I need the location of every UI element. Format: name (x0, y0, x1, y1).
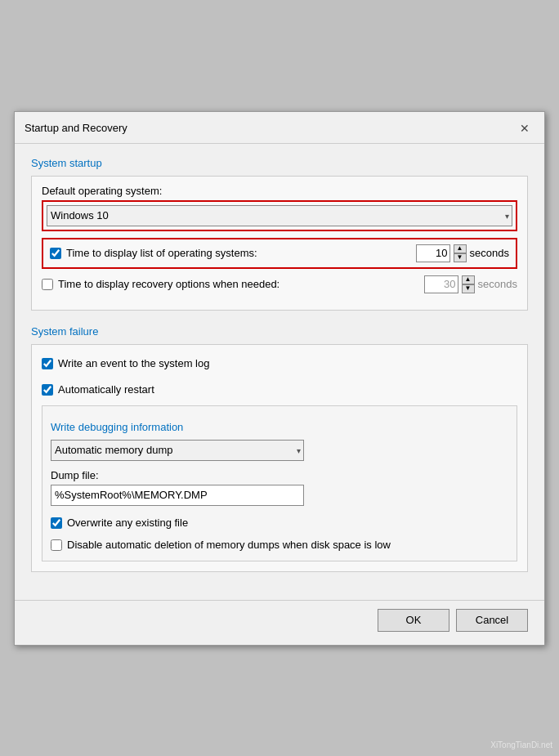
time-display-recovery-spinner: ▲ ▼ seconds (424, 275, 517, 293)
time-display-recovery-spinner-buttons: ▲ ▼ (462, 275, 475, 293)
disable-auto-delete-label: Disable automatic deletion of memory dum… (67, 539, 391, 551)
auto-restart-row: Automatically restart (42, 379, 517, 400)
time-display-list-checkbox[interactable] (50, 248, 61, 259)
dialog-content: System startup Default operating system:… (15, 144, 544, 597)
time-display-recovery-up-button[interactable]: ▲ (462, 275, 475, 284)
default-os-outline: Windows 10 ▾ (42, 200, 517, 231)
overwrite-row: Overwrite any existing file (51, 512, 508, 534)
dump-file-input[interactable] (51, 485, 304, 506)
default-os-field-label: Default operating system: (42, 185, 517, 197)
overwrite-label: Overwrite any existing file (67, 517, 188, 529)
dump-type-select[interactable]: Automatic memory dump Complete memory du… (51, 440, 304, 461)
dump-file-label: Dump file: (51, 469, 508, 481)
time-display-recovery-input[interactable] (424, 275, 458, 293)
time-display-recovery-unit: seconds (478, 278, 517, 290)
startup-recovery-dialog: Startup and Recovery ✕ System startup De… (14, 111, 545, 646)
auto-restart-checkbox[interactable] (42, 384, 53, 396)
default-os-select[interactable]: Windows 10 (47, 205, 512, 226)
overwrite-checkbox[interactable] (51, 517, 62, 529)
write-event-row: Write an event to the system log (42, 353, 517, 374)
default-os-dropdown-wrapper: Windows 10 ▾ (47, 205, 512, 226)
disable-auto-delete-row: Disable automatic deletion of memory dum… (51, 539, 508, 551)
time-display-recovery-label: Time to display recovery options when ne… (58, 278, 280, 290)
time-display-recovery-down-button[interactable]: ▼ (462, 284, 475, 293)
time-display-list-up-button[interactable]: ▲ (454, 244, 467, 253)
auto-restart-label: Automatically restart (58, 383, 154, 396)
disable-auto-delete-checkbox[interactable] (51, 539, 62, 551)
time-display-list-row: Time to display list of operating system… (50, 244, 509, 262)
system-failure-label: System failure (31, 325, 528, 338)
time-display-list-spinner: ▲ ▼ seconds (416, 244, 509, 262)
time-display-list-spinner-buttons: ▲ ▼ (454, 244, 467, 262)
dialog-title: Startup and Recovery (25, 122, 127, 134)
time-display-list-unit: seconds (470, 247, 509, 259)
system-startup-label: System startup (31, 157, 528, 169)
system-failure-section: Write an event to the system log Automat… (31, 344, 528, 572)
time-display-list-label: Time to display list of operating system… (66, 247, 257, 259)
write-event-checkbox[interactable] (42, 358, 53, 369)
time-display-recovery-row: Time to display recovery options when ne… (42, 274, 517, 295)
watermark: XiTongTianDi.net (490, 740, 552, 749)
close-button[interactable]: ✕ (515, 119, 534, 138)
write-debugging-label: Write debugging information (51, 421, 508, 433)
dialog-footer: OK Cancel (15, 600, 544, 645)
write-event-label: Write an event to the system log (58, 357, 209, 369)
title-bar: Startup and Recovery ✕ (15, 112, 544, 144)
write-debugging-subsection: Write debugging information Automatic me… (42, 405, 517, 561)
dump-file-section: Dump file: (51, 469, 508, 512)
time-display-recovery-checkbox[interactable] (42, 279, 53, 290)
cancel-button[interactable]: Cancel (456, 609, 528, 632)
ok-button[interactable]: OK (378, 609, 449, 632)
time-display-list-down-button[interactable]: ▼ (454, 253, 467, 262)
system-startup-section: Default operating system: Windows 10 ▾ T… (31, 176, 528, 311)
time-display-list-outline: Time to display list of operating system… (42, 238, 517, 269)
time-display-list-input[interactable] (416, 244, 450, 262)
dump-type-dropdown-wrapper: Automatic memory dump Complete memory du… (51, 440, 304, 461)
